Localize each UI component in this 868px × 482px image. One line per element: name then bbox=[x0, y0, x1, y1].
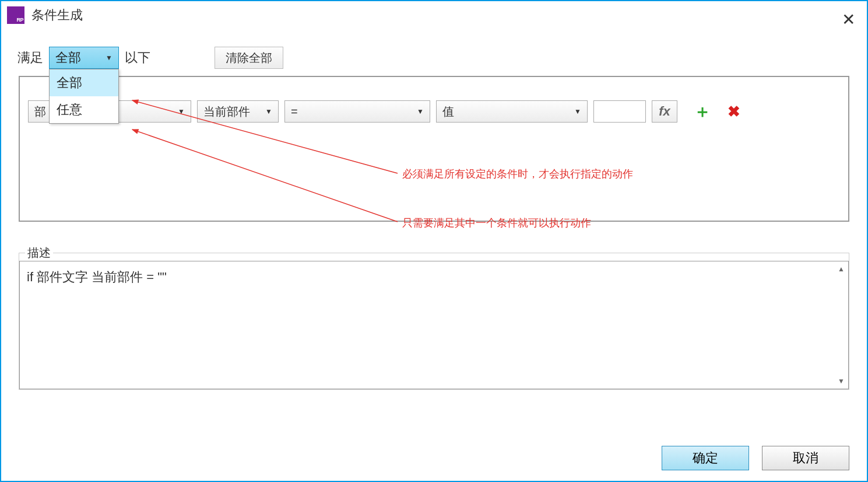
conditions-panel: 部 ▼ 当前部件 ▼ = ▼ 值 ▼ fx ＋ ✖ bbox=[19, 76, 849, 222]
description-textarea[interactable]: if 部件文字 当前部件 = "" ▲ ▼ bbox=[19, 261, 849, 389]
chevron-down-icon: ▼ bbox=[106, 54, 113, 62]
condition-field-value: 部 bbox=[34, 104, 46, 120]
cancel-button[interactable]: 取消 bbox=[762, 446, 849, 470]
chevron-down-icon: ▼ bbox=[574, 107, 581, 116]
description-legend: 描述 bbox=[25, 245, 53, 261]
match-option-any[interactable]: 任意 bbox=[50, 96, 118, 123]
remove-condition-icon[interactable]: ✖ bbox=[728, 104, 740, 119]
condition-value-input[interactable] bbox=[593, 100, 646, 123]
chevron-down-icon: ▼ bbox=[265, 107, 272, 116]
chevron-down-icon: ▼ bbox=[178, 107, 185, 116]
window-title: 条件生成 bbox=[31, 6, 83, 24]
ok-button[interactable]: 确定 bbox=[662, 446, 749, 470]
condition-target-value: 当前部件 bbox=[203, 104, 250, 120]
title-bar: RP 条件生成 ✕ bbox=[1, 1, 867, 29]
match-type-select[interactable]: 全部 ▼ bbox=[49, 47, 119, 69]
match-option-all[interactable]: 全部 bbox=[50, 69, 118, 96]
condition-builder-dialog: RP 条件生成 ✕ 满足 全部 ▼ 全部 任意 以下 清除全部 部 ▼ bbox=[0, 0, 868, 482]
chevron-down-icon: ▼ bbox=[417, 107, 424, 116]
annotation-any: 只需要满足其中一个条件就可以执行动作 bbox=[402, 216, 591, 230]
app-icon: RP bbox=[7, 6, 24, 24]
condition-operator-value: = bbox=[291, 105, 298, 118]
match-type-value: 全部 bbox=[55, 49, 81, 67]
annotation-all: 必须满足所有设定的条件时，才会执行指定的动作 bbox=[402, 167, 633, 181]
app-icon-badge: RP bbox=[16, 17, 23, 23]
close-icon[interactable]: ✕ bbox=[842, 12, 855, 28]
condition-operator-select[interactable]: = ▼ bbox=[284, 100, 430, 123]
scroll-up-icon[interactable]: ▲ bbox=[838, 265, 845, 273]
description-text: if 部件文字 当前部件 = "" bbox=[27, 270, 167, 284]
condition-target-select[interactable]: 当前部件 ▼ bbox=[197, 100, 279, 123]
description-fieldset: 描述 if 部件文字 当前部件 = "" ▲ ▼ bbox=[19, 245, 849, 390]
following-label: 以下 bbox=[125, 49, 150, 67]
dialog-button-bar: 确定 取消 bbox=[662, 446, 849, 470]
clear-all-button[interactable]: 清除全部 bbox=[215, 47, 283, 69]
fx-button[interactable]: fx bbox=[652, 100, 677, 123]
match-type-dropdown: 全部 任意 bbox=[49, 69, 119, 124]
match-select-wrap: 全部 ▼ 全部 任意 bbox=[49, 47, 119, 69]
satisfy-label: 满足 bbox=[17, 49, 43, 67]
add-condition-icon[interactable]: ＋ bbox=[694, 103, 711, 120]
condition-value-type-select[interactable]: 值 ▼ bbox=[436, 100, 588, 123]
condition-value-type: 值 bbox=[442, 104, 454, 120]
condition-row: 部 ▼ 当前部件 ▼ = ▼ 值 ▼ fx ＋ ✖ bbox=[26, 100, 842, 123]
scroll-down-icon[interactable]: ▼ bbox=[838, 377, 845, 385]
match-condition-row: 满足 全部 ▼ 全部 任意 以下 清除全部 bbox=[1, 29, 867, 76]
